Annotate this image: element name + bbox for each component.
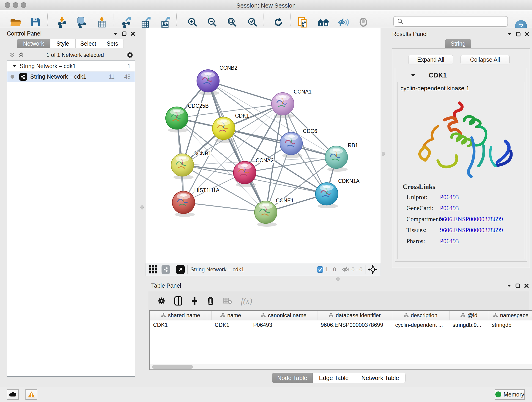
import-table-button[interactable] [95, 16, 108, 29]
bottom-splitter-handle[interactable] [336, 277, 340, 281]
tab-style[interactable]: Style [50, 39, 75, 48]
current-network-dot-icon [11, 75, 14, 79]
hidden-eye-slash-icon[interactable] [342, 266, 350, 273]
crosslink-link[interactable]: 9606.ENSP00000378699 [440, 216, 503, 223]
tab-sets[interactable]: Sets [101, 39, 124, 48]
table-options-gear-icon[interactable] [157, 297, 166, 305]
duplicate-network-button[interactable] [297, 16, 309, 29]
network-node-CCNE1[interactable] [254, 201, 277, 223]
open-session-button[interactable] [9, 16, 22, 29]
table-cell[interactable]: CDK1 [211, 320, 250, 329]
network-node-CDK1[interactable] [212, 117, 235, 140]
import-network-file-button[interactable] [56, 16, 69, 29]
network-node-CDC25B[interactable] [166, 107, 188, 129]
panel-close-icon[interactable] [524, 283, 529, 288]
tab-network[interactable]: Network [17, 39, 50, 48]
zoom-in-button[interactable] [186, 16, 199, 29]
hidden-count-badge: 0 - 0 [351, 266, 362, 273]
add-column-icon[interactable] [191, 296, 198, 306]
section-disclosure-icon[interactable] [411, 74, 415, 77]
refresh-button[interactable] [272, 16, 285, 29]
panel-float-icon[interactable] [122, 32, 127, 36]
zoom-out-button[interactable] [206, 16, 219, 29]
tab-string-results[interactable]: String [445, 39, 471, 48]
table-cell[interactable]: 9606.ENSP00000378699 [317, 320, 392, 329]
show-columns-icon[interactable] [174, 296, 182, 306]
delete-column-icon[interactable] [207, 296, 214, 306]
panel-menu-icon[interactable] [113, 32, 118, 35]
tab-select[interactable]: Select [75, 39, 101, 48]
table-hscrollbar-thumb[interactable] [152, 365, 193, 369]
collapse-all-button[interactable]: Collapse All [461, 55, 510, 64]
zoom-selected-button[interactable] [246, 16, 259, 29]
panel-menu-icon[interactable] [507, 32, 512, 36]
column-header-name[interactable]: name [211, 311, 250, 320]
birdseye-grid-icon[interactable] [149, 265, 157, 274]
save-session-button[interactable] [29, 16, 42, 29]
crosslink-link[interactable]: 9606.ENSP00000378699 [440, 227, 503, 234]
column-header-namespace[interactable]: namespace [489, 311, 532, 320]
tab-network-table[interactable]: Network Table [355, 373, 405, 383]
show-graphics-details-button[interactable] [357, 16, 370, 29]
hide-graphics-details-button[interactable] [337, 16, 350, 29]
table-hscrollbar[interactable] [150, 364, 532, 370]
network-options-gear-icon[interactable] [126, 51, 134, 59]
pan-crosshair-icon[interactable] [368, 265, 377, 274]
control-panel: Control Panel Network Style Select Sets … [0, 28, 142, 387]
network-node-CCNB1[interactable] [171, 154, 194, 176]
network-collection-row[interactable]: String Network – cdk1 1 [7, 61, 135, 71]
column-header-description[interactable]: description [392, 311, 449, 320]
crosslink-link[interactable]: P06493 [440, 238, 459, 245]
panel-close-icon[interactable] [525, 32, 529, 36]
export-network-button[interactable] [120, 16, 133, 29]
import-network-database-button[interactable] [75, 16, 88, 29]
search-input[interactable] [406, 18, 507, 25]
selected-checkbox-icon[interactable] [317, 266, 323, 273]
column-header--id[interactable]: @id [449, 311, 489, 320]
crosslink-row: Tissues:9606.ENSP00000378699 [403, 227, 503, 234]
string-style-icon[interactable] [162, 265, 170, 274]
crosslink-link[interactable]: P06493 [440, 205, 459, 212]
show-home-panels-button[interactable] [317, 16, 330, 29]
panel-close-icon[interactable] [131, 32, 135, 36]
gene-section-header[interactable]: CDK1 [395, 70, 527, 80]
network-node-RB1[interactable] [325, 146, 348, 168]
tab-edge-table[interactable]: Edge Table [313, 373, 355, 383]
warnings-button[interactable] [25, 389, 37, 400]
collection-disclosure-icon[interactable] [12, 65, 17, 68]
network-node-CDC6[interactable] [280, 132, 302, 155]
network-row[interactable]: String Network – cdk1 11 48 [7, 71, 135, 82]
cloud-button[interactable] [7, 389, 19, 400]
table-cell[interactable]: stringdb:9... [449, 320, 489, 329]
column-header-shared-name[interactable]: shared name [150, 311, 211, 320]
column-header-database-identifier[interactable]: database identifier [317, 311, 392, 320]
network-node-CCNA1[interactable] [272, 93, 294, 115]
expand-all-button[interactable]: Expand All [408, 55, 453, 64]
table-row[interactable]: CDK1CDK1P064939606.ENSP00000378699cyclin… [150, 320, 532, 329]
panel-menu-icon[interactable] [507, 284, 511, 287]
left-splitter-handle[interactable] [140, 205, 144, 210]
network-node-CCNA2[interactable] [234, 161, 256, 184]
tab-node-table[interactable]: Node Table [272, 373, 313, 383]
column-header-canonical-name[interactable]: canonical name [250, 311, 317, 320]
network-node-HIST1H1A[interactable] [172, 191, 195, 214]
table-cell[interactable]: P06493 [250, 320, 317, 329]
memory-button[interactable]: Memory [495, 389, 525, 400]
table-cell[interactable]: CDK1 [150, 320, 211, 329]
export-table-button[interactable] [139, 16, 152, 29]
panel-float-icon[interactable] [515, 283, 520, 288]
fit-content-button[interactable] [226, 16, 239, 29]
panel-float-icon[interactable] [516, 32, 520, 36]
export-image-button[interactable] [159, 16, 172, 29]
right-splitter-handle[interactable] [382, 152, 385, 156]
status-bar: Memory [0, 387, 532, 402]
detach-view-icon[interactable] [176, 265, 185, 274]
network-node-CDKN1A[interactable] [316, 183, 338, 205]
network-canvas[interactable]: CCNB2CCNA1CDC25BCDK1CDC6RB1CCNB1CCNA2CDK… [145, 28, 381, 263]
crosslink-link[interactable]: P06493 [440, 194, 459, 201]
expand-all-networks-icon[interactable] [9, 52, 15, 58]
collapse-all-networks-icon[interactable] [18, 52, 24, 58]
table-cell[interactable]: cyclin-dependent ... [392, 320, 449, 329]
network-node-CCNB2[interactable] [197, 70, 219, 92]
table-cell[interactable]: stringdb [489, 320, 532, 329]
